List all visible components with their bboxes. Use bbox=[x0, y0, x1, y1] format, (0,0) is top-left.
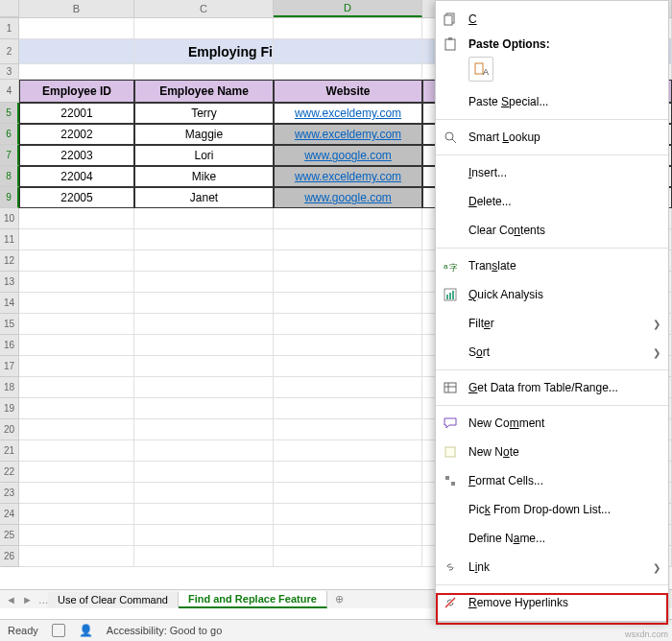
table-cell[interactable]: 22002 bbox=[19, 124, 134, 145]
menu-pick-list[interactable]: Pick From Drop-down List... bbox=[436, 495, 668, 524]
table-header-website[interactable]: Website bbox=[274, 80, 422, 103]
row-header-5[interactable]: 5 bbox=[0, 103, 19, 124]
row-header[interactable]: 24 bbox=[0, 504, 19, 525]
table-header-name[interactable]: Employee Name bbox=[134, 80, 274, 103]
sheet-tab[interactable]: Use of Clear Command bbox=[48, 592, 179, 607]
copy-icon bbox=[442, 11, 459, 28]
menu-format-cells[interactable]: Format Cells... bbox=[436, 466, 668, 495]
row-header-9[interactable]: 9 bbox=[0, 187, 19, 208]
row-header[interactable]: 11 bbox=[0, 229, 19, 250]
svg-text:a: a bbox=[444, 262, 448, 271]
row-header[interactable]: 19 bbox=[0, 398, 19, 419]
menu-quick-analysis[interactable]: Quick Analysis bbox=[436, 280, 668, 309]
row-header[interactable]: 26 bbox=[0, 546, 19, 567]
table-cell[interactable]: 22001 bbox=[19, 103, 134, 124]
menu-insert[interactable]: Insert... bbox=[436, 158, 668, 187]
col-header-C[interactable]: C bbox=[134, 0, 274, 17]
table-cell[interactable]: 22004 bbox=[19, 166, 134, 187]
table-cell[interactable]: 22005 bbox=[19, 187, 134, 208]
menu-get-data[interactable]: Get Data from Table/Range... bbox=[436, 373, 668, 402]
macro-record-icon[interactable] bbox=[52, 624, 65, 637]
status-ready: Ready bbox=[8, 625, 38, 636]
table-cell-link[interactable]: www.exceldemy.com bbox=[274, 124, 422, 145]
add-sheet-icon[interactable]: ⊕ bbox=[327, 593, 351, 605]
row-header[interactable]: 21 bbox=[0, 440, 19, 462]
table-cell[interactable]: Lori bbox=[134, 145, 274, 166]
svg-rect-13 bbox=[452, 291, 454, 299]
row-header[interactable]: 18 bbox=[0, 377, 19, 398]
chevron-right-icon: ❯ bbox=[653, 347, 660, 358]
table-icon bbox=[442, 379, 459, 396]
menu-link[interactable]: Link❯ bbox=[436, 553, 668, 582]
menu-delete[interactable]: Delete... bbox=[436, 187, 668, 216]
chevron-right-icon: ❯ bbox=[653, 319, 660, 329]
svg-rect-4 bbox=[475, 63, 483, 74]
table-cell-link[interactable]: www.google.com bbox=[274, 145, 422, 166]
table-cell[interactable]: 22003 bbox=[19, 145, 134, 166]
select-all-cell[interactable] bbox=[0, 0, 19, 17]
menu-translate[interactable]: a字 Translate bbox=[436, 251, 668, 280]
menu-new-note[interactable]: New Note bbox=[436, 438, 668, 466]
svg-text:字: 字 bbox=[449, 263, 457, 273]
accessibility-status[interactable]: Accessibility: Good to go bbox=[107, 625, 222, 636]
quick-analysis-icon bbox=[442, 286, 459, 303]
tab-nav-next-icon[interactable]: ► bbox=[22, 594, 33, 605]
table-header-id[interactable]: Employee ID bbox=[19, 80, 134, 103]
menu-filter[interactable]: Filter❯ bbox=[436, 309, 668, 338]
table-cell[interactable]: Maggie bbox=[134, 124, 274, 145]
menu-clear-contents[interactable]: Clear Contents bbox=[436, 216, 668, 245]
menu-copy[interactable]: C bbox=[436, 5, 668, 34]
row-header-3[interactable]: 3 bbox=[0, 64, 19, 80]
tab-nav-prev-icon[interactable]: ◄ bbox=[6, 594, 16, 605]
row-header[interactable]: 16 bbox=[0, 335, 19, 356]
sheet-tab-active[interactable]: Find and Replace Feature bbox=[179, 591, 327, 608]
row-header[interactable]: 13 bbox=[0, 272, 19, 293]
svg-rect-3 bbox=[448, 37, 452, 40]
svg-rect-12 bbox=[449, 293, 451, 299]
menu-smart-lookup[interactable]: Smart Lookup bbox=[436, 123, 668, 152]
menu-define-name[interactable]: Define Name... bbox=[436, 524, 668, 553]
svg-text:A: A bbox=[483, 67, 489, 77]
table-cell-link[interactable]: www.google.com bbox=[274, 187, 422, 208]
row-header[interactable]: 15 bbox=[0, 314, 19, 335]
col-header-D[interactable]: D bbox=[274, 0, 422, 17]
row-header[interactable]: 22 bbox=[0, 462, 19, 483]
row-header-4[interactable]: 4 bbox=[0, 80, 19, 103]
row-header-7[interactable]: 7 bbox=[0, 145, 19, 166]
accessibility-icon: 👤 bbox=[79, 624, 93, 637]
row-header[interactable]: 25 bbox=[0, 525, 19, 546]
row-header[interactable]: 12 bbox=[0, 250, 19, 272]
translate-icon: a字 bbox=[442, 257, 459, 274]
row-header-1[interactable]: 1 bbox=[0, 18, 19, 39]
table-cell-link[interactable]: www.exceldemy.com bbox=[274, 103, 422, 124]
svg-rect-1 bbox=[444, 15, 452, 25]
row-header[interactable]: 14 bbox=[0, 293, 19, 314]
paste-text-only-button[interactable]: A bbox=[468, 57, 493, 82]
menu-sort[interactable]: Sort❯ bbox=[436, 338, 668, 367]
row-header-2[interactable]: 2 bbox=[0, 39, 19, 64]
table-cell[interactable]: Mike bbox=[134, 166, 274, 187]
svg-rect-19 bbox=[451, 482, 455, 486]
paste-icon bbox=[442, 36, 459, 53]
row-header-6[interactable]: 6 bbox=[0, 124, 19, 145]
row-header[interactable]: 20 bbox=[0, 419, 19, 440]
svg-line-7 bbox=[452, 139, 456, 143]
row-header[interactable]: 10 bbox=[0, 208, 19, 229]
status-bar: Ready 👤 Accessibility: Good to go bbox=[0, 619, 672, 641]
table-cell[interactable]: Janet bbox=[134, 187, 274, 208]
link-icon bbox=[442, 558, 459, 576]
context-menu: C Paste Options: A Paste Special... Smar… bbox=[435, 0, 669, 622]
menu-paste-special[interactable]: Paste Special... bbox=[436, 87, 668, 116]
table-cell-link[interactable]: www.exceldemy.com bbox=[274, 166, 422, 187]
row-header[interactable]: 23 bbox=[0, 483, 19, 504]
note-icon bbox=[442, 443, 459, 461]
menu-remove-hyperlinks[interactable]: Remove Hyperlinks bbox=[436, 588, 668, 617]
page-title: Employing Find and Replace Feature bbox=[188, 44, 274, 59]
col-header-B[interactable]: B bbox=[19, 0, 134, 17]
menu-paste-options-header: Paste Options: bbox=[436, 34, 668, 55]
table-cell[interactable]: Terry bbox=[134, 103, 274, 124]
menu-new-comment[interactable]: New Comment bbox=[436, 409, 668, 438]
row-header-8[interactable]: 8 bbox=[0, 166, 19, 187]
svg-rect-11 bbox=[446, 295, 448, 299]
row-header[interactable]: 17 bbox=[0, 356, 19, 377]
